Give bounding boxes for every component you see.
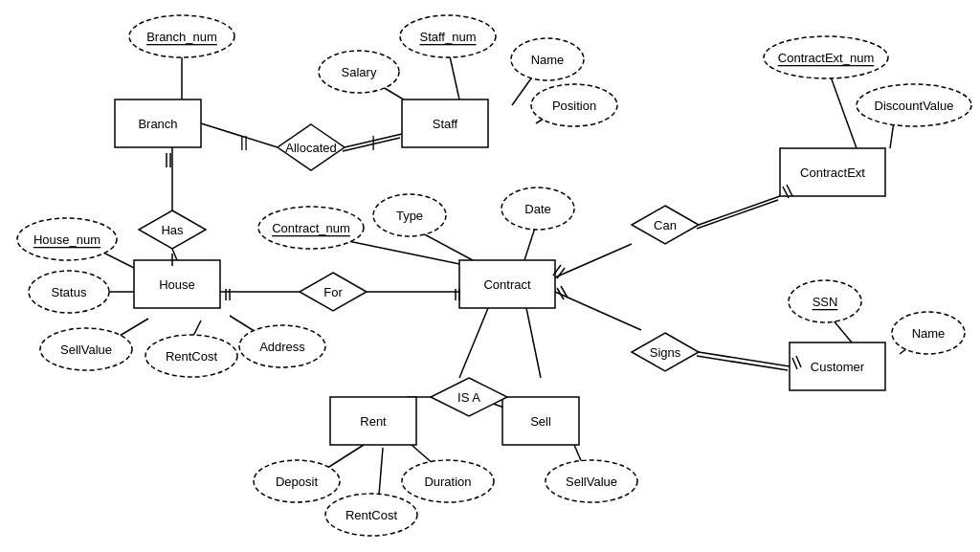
- attr-house-sellvalue-label: SellValue: [60, 342, 112, 357]
- entity-customer-label: Customer: [811, 360, 865, 374]
- attr-position-label: Position: [552, 99, 596, 113]
- attr-rent-rentcost-label: RentCost: [345, 508, 398, 522]
- svg-line-29: [699, 352, 790, 366]
- entity-sell-label: Sell: [530, 414, 551, 429]
- attr-house-num-label: House_num: [33, 232, 100, 247]
- svg-line-30: [697, 356, 788, 370]
- svg-line-34: [828, 69, 857, 148]
- attr-discountvalue-label: DiscountValue: [875, 99, 954, 113]
- attr-house-rentcost-label: RentCost: [166, 349, 218, 364]
- svg-line-28: [555, 292, 641, 330]
- attr-date-label: Date: [524, 202, 550, 216]
- attr-customer-name-label: Name: [912, 326, 946, 341]
- entity-house-label: House: [159, 277, 195, 292]
- attr-contract-num-label: Contract_num: [272, 221, 350, 235]
- entity-branch-label: Branch: [138, 117, 177, 131]
- relation-allocated-label: Allocated: [285, 141, 336, 155]
- attr-deposit-label: Deposit: [276, 475, 318, 489]
- entity-staff-label: Staff: [433, 117, 458, 131]
- svg-line-31: [555, 244, 632, 277]
- relation-can-label: Can: [654, 218, 677, 232]
- svg-line-21: [526, 308, 541, 378]
- attr-staff-name-label: Name: [531, 53, 565, 67]
- er-diagram: Branch Staff House Contract ContractExt …: [0, 0, 980, 552]
- svg-text:|: |: [371, 134, 375, 150]
- svg-line-33: [697, 200, 778, 229]
- attr-ssn-label: SSN: [813, 295, 838, 309]
- entity-contract-label: Contract: [483, 277, 531, 292]
- attr-type-label: Type: [396, 209, 423, 223]
- relation-isa-label: IS A: [457, 390, 480, 405]
- attr-address-label: Address: [259, 340, 305, 354]
- attr-branch-num-label: Branch_num: [146, 30, 217, 44]
- attr-contractext-num-label: ContractExt_num: [778, 51, 874, 65]
- svg-line-32: [699, 196, 780, 225]
- svg-line-20: [459, 308, 488, 378]
- attr-sell-sellvalue-label: SellValue: [566, 475, 617, 489]
- attr-duration-label: Duration: [424, 475, 471, 489]
- relation-has-label: Has: [161, 223, 184, 237]
- attr-status-label: Status: [52, 285, 87, 299]
- entity-contractext-label: ContractExt: [800, 166, 865, 180]
- relation-signs-label: Signs: [650, 345, 681, 360]
- entity-rent-label: Rent: [360, 414, 387, 429]
- attr-staff-num-label: Staff_num: [419, 30, 476, 44]
- svg-text:||: ||: [240, 134, 248, 150]
- relation-for-label: For: [323, 285, 343, 299]
- attr-salary-label: Salary: [342, 65, 377, 79]
